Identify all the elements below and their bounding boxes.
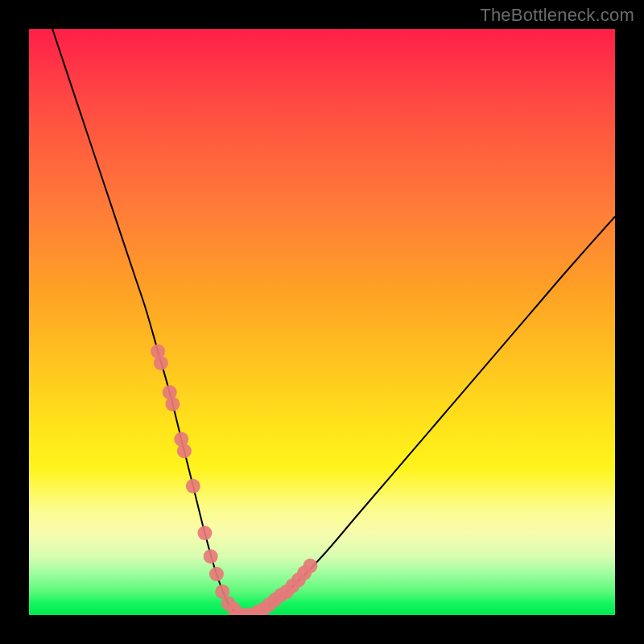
plot-area <box>29 29 615 615</box>
marker-point <box>197 526 212 540</box>
curve-layer <box>52 29 615 615</box>
bottleneck-curve-path <box>52 29 615 615</box>
marker-point <box>204 549 218 564</box>
marker-layer <box>151 344 317 615</box>
bottleneck-curve-svg <box>29 29 615 615</box>
marker-point <box>186 479 200 493</box>
marker-point <box>165 397 180 411</box>
watermark-label: TheBottleneck.com <box>480 5 634 26</box>
chart-frame: TheBottleneck.com <box>0 0 644 644</box>
marker-point <box>177 444 192 458</box>
marker-point <box>303 559 317 573</box>
marker-point <box>154 356 168 370</box>
marker-point <box>209 567 224 581</box>
